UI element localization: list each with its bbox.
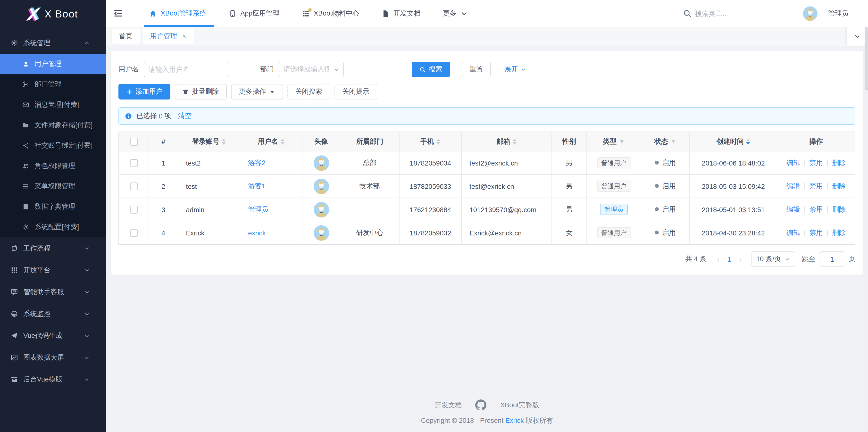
action-link-1[interactable]: 禁用 xyxy=(809,182,823,189)
sort-control[interactable] xyxy=(513,138,517,145)
cell-actions: 编辑禁用删除 xyxy=(777,175,855,198)
nickname-link[interactable]: 管理员 xyxy=(248,205,269,213)
sidebar-group-workflow[interactable]: 工作流程 xyxy=(0,237,106,259)
chevron-down-icon xyxy=(84,311,90,317)
action-link-2[interactable]: 删除 xyxy=(832,205,846,213)
action-link-2[interactable]: 删除 xyxy=(832,158,846,166)
page-scrollbar-thumb[interactable] xyxy=(865,27,868,90)
sidebar-group-assistant-service[interactable]: 智能助手客服 xyxy=(0,281,106,303)
close-search-button[interactable]: 关闭搜索 xyxy=(287,84,330,99)
menu-fold-icon[interactable] xyxy=(114,9,123,18)
add-user-button[interactable]: 添加用户 xyxy=(119,84,170,99)
close-icon[interactable] xyxy=(182,33,187,39)
share-icon xyxy=(22,142,29,149)
department-select[interactable]: 请选择或输入搜索部门 xyxy=(279,62,344,77)
department-select-placeholder: 请选择或输入搜索部门 xyxy=(283,65,329,74)
nickname-link[interactable]: 游客1 xyxy=(248,182,266,189)
cell-text: 2018-06-06 18:48:02 xyxy=(702,159,765,167)
sidebar-group-system-monitor[interactable]: 系统监控 xyxy=(0,303,106,325)
sidebar-item-file-object-storage[interactable]: 文件对象存储[付费] xyxy=(0,115,106,135)
funnel-icon[interactable] xyxy=(619,138,625,145)
sidebar-group-chart-data-screen[interactable]: 图表数据大屏 xyxy=(0,346,106,368)
sidebar-group-open-platform[interactable]: 开放平台 xyxy=(0,259,106,281)
row-checkbox[interactable] xyxy=(130,159,137,167)
row-checkbox[interactable] xyxy=(130,206,137,214)
clear-selection-link[interactable]: 清空 xyxy=(178,112,192,120)
action-link-1[interactable]: 禁用 xyxy=(809,205,823,213)
sidebar-group-backend-vue-template[interactable]: 后台Vue模版 xyxy=(0,368,106,390)
cell-text: 2018-04-30 23:28:42 xyxy=(702,229,765,237)
cell-actions: 编辑禁用删除 xyxy=(777,151,855,175)
type-badge: 管理员 xyxy=(600,204,628,215)
footer-doc-link[interactable]: 开发文档 xyxy=(435,401,462,409)
action-link-0[interactable]: 编辑 xyxy=(786,158,800,166)
page-tab-home[interactable]: 首页 xyxy=(112,29,140,44)
sidebar-item-role-permission-management[interactable]: 角色权限管理 xyxy=(0,156,106,176)
sort-control[interactable] xyxy=(222,138,226,145)
batch-delete-button[interactable]: 批量删除 xyxy=(175,84,227,99)
sidebar-group-system-management[interactable]: 系统管理 xyxy=(0,32,106,54)
sidebar-item-menu-permission-management[interactable]: 菜单权限管理 xyxy=(0,176,106,196)
nav-tab-xboot-admin[interactable]: XBoot管理系统 xyxy=(149,0,206,27)
action-divider xyxy=(804,183,805,189)
sidebar-item-social-account-binding[interactable]: 社交账号绑定[付费] xyxy=(0,135,106,156)
select-all-checkbox[interactable] xyxy=(130,137,137,145)
more-actions-button[interactable]: 更多操作 xyxy=(231,84,283,99)
action-link-1[interactable]: 禁用 xyxy=(809,158,823,166)
sidebar-item-label: 数据字典管理 xyxy=(34,203,75,211)
user-avatar[interactable] xyxy=(803,6,817,21)
footer-links: 开发文档 XBoot完整版 xyxy=(435,399,539,411)
cell-avatar xyxy=(302,198,340,221)
cell-type: 普通用户 xyxy=(587,151,641,175)
expand-link[interactable]: 展开 xyxy=(504,65,526,74)
action-link-0[interactable]: 编辑 xyxy=(786,205,800,213)
nav-tab-dev-docs[interactable]: 开发文档 xyxy=(381,0,421,27)
sidebar-item-system-config[interactable]: 系统配置[付费] xyxy=(0,217,106,237)
sidebar-item-label: 消息管理[付费] xyxy=(34,100,79,109)
page-jump-input[interactable] xyxy=(820,251,844,267)
sidebar-item-message-management[interactable]: 消息管理[付费] xyxy=(0,95,106,115)
user-name[interactable]: 管理员 xyxy=(828,9,848,18)
sort-control[interactable] xyxy=(281,138,284,145)
row-checkbox[interactable] xyxy=(130,183,137,190)
nickname-link[interactable]: 游客2 xyxy=(248,158,266,166)
sidebar-item-data-dictionary-management[interactable]: 数据字典管理 xyxy=(0,196,106,217)
search-button[interactable]: 搜索 xyxy=(412,62,450,77)
page-size-select[interactable]: 10 条/页 xyxy=(751,251,795,267)
nav-tab-more[interactable]: 更多 xyxy=(443,0,468,27)
github-icon[interactable] xyxy=(475,399,487,411)
action-divider xyxy=(827,206,828,212)
nav-tab-xboot-material-center[interactable]: XBoot物料中心 xyxy=(302,0,359,27)
nickname-link[interactable]: exrick xyxy=(248,229,266,237)
template-archive-icon xyxy=(11,376,18,383)
close-tips-button[interactable]: 关闭提示 xyxy=(335,84,377,99)
footer-full-version-link[interactable]: XBoot完整版 xyxy=(500,401,539,409)
action-link-0[interactable]: 编辑 xyxy=(786,228,800,236)
prev-page-button[interactable]: ‹ xyxy=(713,255,723,264)
sidebar-item-user-management[interactable]: 用户管理 xyxy=(0,54,106,74)
action-link-1[interactable]: 禁用 xyxy=(809,228,823,236)
page-scrollbar[interactable] xyxy=(865,27,868,432)
sort-control[interactable] xyxy=(436,138,440,145)
search-icon[interactable] xyxy=(683,9,691,18)
action-link-2[interactable]: 删除 xyxy=(832,182,846,189)
menu-search-input[interactable] xyxy=(695,9,752,17)
sidebar-group-vue-code-generate[interactable]: Vue代码生成 xyxy=(0,325,106,346)
chevron-down-icon xyxy=(84,267,90,273)
next-page-button[interactable]: › xyxy=(735,255,746,264)
username-input[interactable] xyxy=(144,62,229,77)
row-checkbox[interactable] xyxy=(130,229,137,237)
copyright-author-link[interactable]: Exrick xyxy=(505,416,524,424)
cell-text: test2 xyxy=(186,159,201,167)
action-link-0[interactable]: 编辑 xyxy=(786,182,800,189)
menu-list-icon xyxy=(22,183,29,190)
reset-button[interactable]: 重置 xyxy=(462,62,491,77)
action-link-2[interactable]: 删除 xyxy=(832,228,846,236)
nav-tab-app-management[interactable]: App应用管理 xyxy=(229,0,280,27)
sidebar-item-department-management[interactable]: 部门管理 xyxy=(0,74,106,95)
funnel-icon[interactable] xyxy=(671,138,676,145)
sort-control[interactable] xyxy=(746,138,750,145)
current-page[interactable]: 1 xyxy=(723,255,735,263)
cell-email: 1012139570@qq.com xyxy=(461,198,552,221)
page-tab-user-management[interactable]: 用户管理 xyxy=(143,29,194,44)
